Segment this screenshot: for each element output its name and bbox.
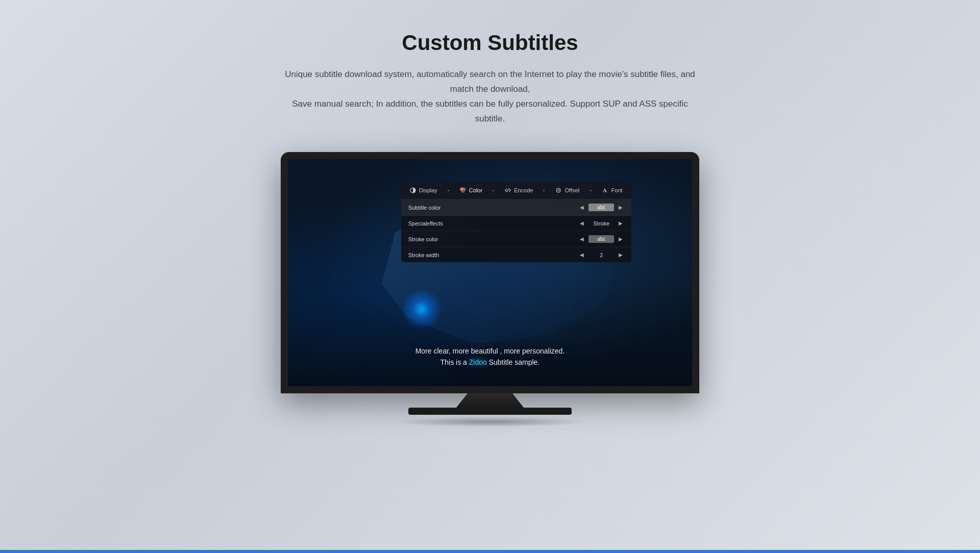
- tab-offset[interactable]: Offset: [553, 186, 581, 195]
- row-subtitle-color[interactable]: Subtitle color ◀ abc ▶: [401, 199, 631, 216]
- tv-screen: Display Color: [288, 159, 692, 387]
- tab-separator-2: [493, 190, 494, 191]
- code-icon: [504, 187, 511, 194]
- special-effects-arrow-right[interactable]: ▶: [617, 220, 624, 227]
- tab-color-label: Color: [469, 187, 482, 193]
- scene-glow: [401, 289, 442, 330]
- subtitle-area: More clear, more beautiful , more person…: [288, 345, 692, 368]
- tv-container: Display Color: [281, 152, 699, 428]
- offset-icon: [555, 187, 562, 194]
- bottom-bar: [0, 550, 980, 553]
- subtitle-color-value: abc: [589, 204, 614, 211]
- tv-base-foot: [408, 408, 572, 415]
- subtitle-line2: This is a Zidoo Subtitle sample.: [440, 358, 540, 366]
- tv-base-neck: [434, 393, 546, 408]
- tab-separator-4: [590, 190, 592, 191]
- subtitle-color-controls: ◀ abc ▶: [578, 204, 624, 211]
- special-effects-arrow-left[interactable]: ◀: [578, 220, 585, 227]
- stroke-color-arrow-right[interactable]: ▶: [617, 236, 624, 242]
- row-special-effects[interactable]: Specialeffects ◀ Stroke ▶: [401, 216, 631, 231]
- settings-panel: Display Color: [401, 182, 631, 262]
- stroke-color-value: abc: [589, 235, 614, 243]
- stroke-width-arrow-left[interactable]: ◀: [578, 252, 585, 258]
- subtitle-color-label: Subtitle color: [408, 205, 578, 211]
- font-icon: A: [602, 187, 609, 194]
- subtitle-highlight: Zidoo: [469, 358, 487, 366]
- special-effects-controls: ◀ Stroke ▶: [578, 220, 624, 227]
- subtitle-text: More clear, more beautiful , more person…: [288, 345, 692, 368]
- subtitle-line1: More clear, more beautiful , more person…: [415, 347, 565, 355]
- tab-font[interactable]: A Font: [600, 186, 625, 195]
- svg-line-4: [507, 189, 509, 192]
- page-description: Unique subtitle download system, automat…: [281, 67, 699, 127]
- tv-shadow: [393, 417, 587, 427]
- svg-text:A: A: [603, 187, 607, 193]
- stroke-color-label: Stroke color: [408, 236, 578, 242]
- page-title: Custom Subtitles: [402, 31, 578, 55]
- tab-encode-label: Encode: [514, 187, 533, 193]
- svg-point-3: [461, 189, 464, 193]
- tab-font-label: Font: [611, 187, 623, 193]
- settings-rows: Subtitle color ◀ abc ▶ Specialeffects ◀ …: [401, 199, 631, 262]
- tab-display-label: Display: [419, 187, 437, 193]
- contrast-icon: [409, 187, 416, 194]
- tv-frame: Display Color: [281, 152, 699, 394]
- stroke-color-arrow-left[interactable]: ◀: [578, 236, 585, 242]
- tab-offset-label: Offset: [565, 187, 579, 193]
- tab-encode[interactable]: Encode: [502, 186, 535, 195]
- tab-color[interactable]: Color: [457, 186, 484, 195]
- subtitle-color-arrow-left[interactable]: ◀: [578, 204, 585, 211]
- stroke-width-controls: ◀ 2 ▶: [578, 252, 624, 258]
- tab-display[interactable]: Display: [407, 186, 439, 195]
- stroke-width-label: Stroke width: [408, 252, 578, 258]
- tv-stand: [281, 393, 699, 427]
- tab-separator-1: [448, 190, 449, 191]
- color-icon: [459, 187, 467, 194]
- row-stroke-color[interactable]: Stroke color ◀ abc ▶: [401, 231, 631, 247]
- stroke-color-controls: ◀ abc ▶: [578, 235, 624, 243]
- settings-tabs: Display Color: [401, 182, 631, 199]
- special-effects-value: Stroke: [589, 220, 614, 227]
- tab-separator-3: [543, 190, 545, 191]
- stroke-width-value: 2: [589, 252, 614, 258]
- stroke-width-arrow-right[interactable]: ▶: [617, 252, 624, 258]
- special-effects-label: Specialeffects: [408, 220, 578, 227]
- subtitle-color-arrow-right[interactable]: ▶: [617, 204, 624, 211]
- row-stroke-width[interactable]: Stroke width ◀ 2 ▶: [401, 247, 631, 262]
